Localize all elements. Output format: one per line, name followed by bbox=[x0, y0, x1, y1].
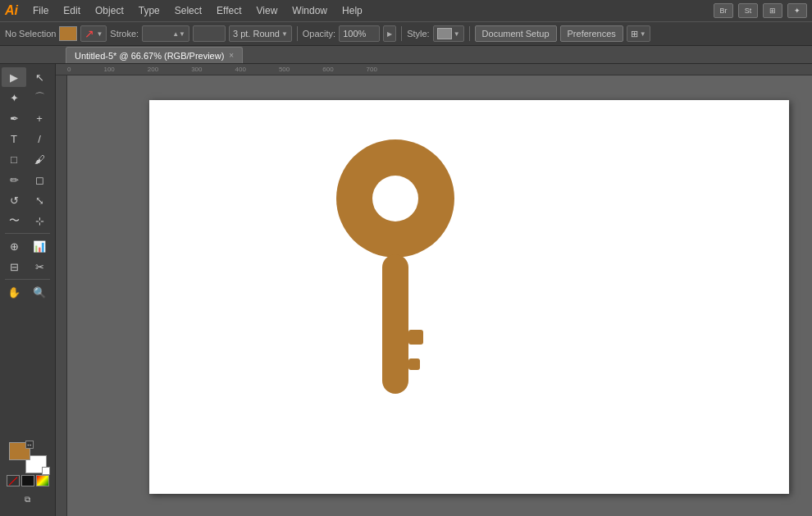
menu-effect[interactable]: Effect bbox=[210, 3, 248, 18]
eraser-tool[interactable]: ◻ bbox=[27, 170, 52, 190]
menu-edit[interactable]: Edit bbox=[57, 3, 87, 18]
paintbrush-tool[interactable]: 🖌 bbox=[27, 149, 52, 169]
scale-tool[interactable]: ⤡ bbox=[27, 190, 52, 210]
select-tool[interactable]: ▶ bbox=[2, 67, 26, 87]
layers-panel: ⧉ bbox=[5, 490, 50, 509]
horizontal-ruler: 0 100 200 300 400 500 600 700 bbox=[56, 64, 812, 75]
type-tool[interactable]: T bbox=[2, 129, 26, 148]
main-layout: ▶ ↖ ✦ ⌒ ✒ + T / □ 🖌 ✏ ◻ ↺ ⤡ bbox=[0, 64, 812, 516]
opacity-input[interactable] bbox=[339, 25, 380, 42]
tool-row-10: ⊟ ✂ bbox=[2, 257, 53, 276]
menu-window[interactable]: Window bbox=[285, 3, 334, 18]
menu-file[interactable]: File bbox=[26, 3, 55, 18]
tab-title: Untitled-5* @ 66.67% (RGB/Preview) bbox=[75, 51, 224, 61]
none-color-swatches bbox=[5, 475, 50, 486]
pencil-tool[interactable]: ✏ bbox=[2, 170, 26, 190]
graph-tool[interactable]: 📊 bbox=[27, 236, 52, 256]
bridge-icon[interactable]: Br bbox=[714, 3, 733, 18]
sidebar-divider-2 bbox=[5, 279, 50, 280]
weight-dropdown[interactable]: 3 pt. Round ▼ bbox=[229, 25, 292, 42]
canvas-area[interactable]: 0 100 200 300 400 500 600 700 bbox=[56, 64, 812, 516]
tool-row-1: ▶ ↖ bbox=[2, 67, 53, 87]
tool-row-11: ✋ 🔍 bbox=[2, 282, 53, 302]
color-guide-swatch[interactable] bbox=[36, 475, 49, 486]
tab-bar: Untitled-5* @ 66.67% (RGB/Preview) × bbox=[0, 46, 812, 64]
menu-select[interactable]: Select bbox=[168, 3, 208, 18]
tool-row-8: 〜 ⊹ bbox=[2, 211, 53, 231]
rectangle-tool[interactable]: □ bbox=[2, 149, 26, 169]
menu-object[interactable]: Object bbox=[89, 3, 130, 18]
style-dropdown[interactable]: ▼ bbox=[433, 25, 464, 42]
zoom-tool[interactable]: 🔍 bbox=[27, 282, 52, 302]
tool-row-4: T / bbox=[2, 129, 53, 148]
svg-point-1 bbox=[372, 176, 418, 221]
stroke-indicator: ↗ bbox=[84, 27, 94, 40]
layers-button[interactable]: ⧉ bbox=[9, 490, 47, 509]
vertical-ruler bbox=[56, 75, 67, 516]
pen-tool[interactable]: ✒ bbox=[2, 108, 26, 128]
grid-icon[interactable]: ⊞ bbox=[763, 3, 782, 18]
stroke-label: Stroke: bbox=[110, 29, 139, 39]
fill-swatch[interactable] bbox=[59, 26, 77, 41]
style-preview bbox=[437, 28, 452, 39]
svg-rect-2 bbox=[382, 254, 408, 394]
direct-select-tool[interactable]: ↖ bbox=[27, 67, 52, 87]
app-logo: Ai bbox=[5, 3, 18, 18]
menu-type[interactable]: Type bbox=[132, 3, 167, 18]
menu-help[interactable]: Help bbox=[335, 3, 369, 18]
workspace-dropdown[interactable]: ⊞ ▼ bbox=[627, 25, 650, 42]
tool-row-6: ✏ ◻ bbox=[2, 170, 53, 190]
free-transform-tool[interactable]: ⊹ bbox=[27, 211, 52, 231]
symbol-tool[interactable]: ⊕ bbox=[2, 236, 26, 256]
black-swatch[interactable] bbox=[21, 475, 34, 486]
lasso-tool[interactable]: ⌒ bbox=[27, 88, 52, 107]
tool-row-2: ✦ ⌒ bbox=[2, 88, 53, 107]
add-anchor-tool[interactable]: + bbox=[27, 108, 52, 128]
tool-row-5: □ 🖌 bbox=[2, 149, 53, 169]
rotate-tool[interactable]: ↺ bbox=[2, 190, 26, 210]
document-setup-button[interactable]: Document Setup bbox=[475, 25, 557, 42]
stroke-weight-input[interactable] bbox=[193, 25, 226, 42]
svg-rect-3 bbox=[408, 330, 423, 345]
magic-wand-tool[interactable]: ✦ bbox=[2, 88, 26, 107]
artboard bbox=[149, 100, 789, 494]
preferences-button[interactable]: Preferences bbox=[560, 25, 623, 42]
document-tab[interactable]: Untitled-5* @ 66.67% (RGB/Preview) × bbox=[66, 47, 243, 63]
warp-tool[interactable]: 〜 bbox=[2, 211, 26, 231]
sidebar-divider-1 bbox=[5, 233, 50, 234]
swap-colors-icon[interactable]: ↔ bbox=[25, 441, 34, 449]
tool-row-9: ⊕ 📊 bbox=[2, 236, 53, 256]
color-section: ↔ ⧉ bbox=[2, 437, 53, 513]
selection-label: No Selection bbox=[5, 29, 56, 39]
style-label: Style: bbox=[407, 29, 430, 39]
stock-icon[interactable]: St bbox=[738, 3, 758, 18]
tool-row-3: ✒ + bbox=[2, 108, 53, 128]
separator-1 bbox=[297, 26, 298, 41]
fill-stroke-swatches: ↔ bbox=[9, 442, 47, 473]
key-artwork bbox=[330, 133, 461, 412]
menu-bar: Ai File Edit Object Type Select Effect V… bbox=[0, 0, 812, 21]
reset-colors-icon[interactable] bbox=[42, 467, 50, 475]
separator-3 bbox=[469, 26, 470, 41]
opacity-label: Opacity: bbox=[303, 29, 335, 39]
tab-close[interactable]: × bbox=[229, 51, 234, 60]
artboard-tool[interactable]: ⊟ bbox=[2, 257, 26, 276]
menu-view[interactable]: View bbox=[250, 3, 285, 18]
star-icon[interactable]: ✦ bbox=[787, 3, 807, 18]
app-icons: Br St ⊞ ✦ bbox=[714, 3, 807, 18]
slice-tool[interactable]: ✂ bbox=[27, 257, 52, 276]
separator-2 bbox=[401, 26, 402, 41]
hand-tool[interactable]: ✋ bbox=[2, 282, 26, 302]
opacity-arrow[interactable]: ▶ bbox=[383, 25, 396, 42]
line-tool[interactable]: / bbox=[27, 129, 52, 148]
canvas-scroll[interactable] bbox=[67, 75, 812, 516]
fill-dropdown[interactable]: ↗ ▼ bbox=[80, 25, 107, 42]
none-swatch[interactable] bbox=[7, 475, 20, 486]
toolbox: ▶ ↖ ✦ ⌒ ✒ + T / □ 🖌 ✏ ◻ ↺ ⤡ bbox=[0, 64, 56, 516]
stroke-dropdown[interactable]: ▲▼ bbox=[142, 25, 189, 42]
svg-rect-4 bbox=[408, 358, 420, 370]
options-toolbar: No Selection ↗ ▼ Stroke: ▲▼ 3 pt. Round … bbox=[0, 21, 812, 46]
tool-row-7: ↺ ⤡ bbox=[2, 190, 53, 210]
